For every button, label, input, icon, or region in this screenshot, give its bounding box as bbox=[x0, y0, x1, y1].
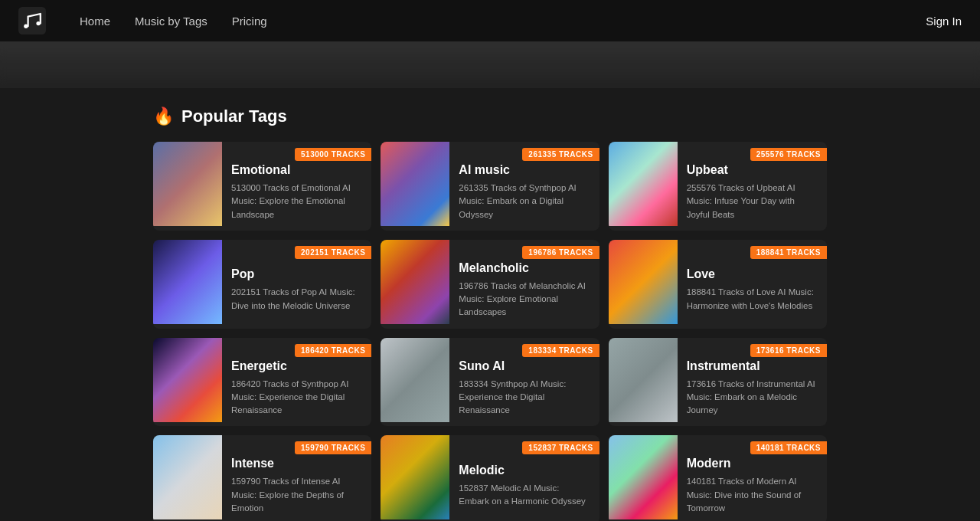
tag-badge: 255576 TRACKS bbox=[750, 148, 827, 161]
tag-card-instrumental[interactable]: Instrumental 173616 Tracks of Instrument… bbox=[609, 338, 827, 427]
tag-name: Love bbox=[687, 267, 818, 281]
tag-description: 261335 Tracks of Synthpop AI Music: Emba… bbox=[459, 182, 590, 221]
nav-home[interactable]: Home bbox=[70, 8, 119, 34]
tags-grid: Emotional 513000 Tracks of Emotional AI … bbox=[153, 142, 827, 521]
tag-badge: 140181 TRACKS bbox=[750, 441, 827, 454]
navbar: Home Music by Tags Pricing Sign In bbox=[0, 0, 980, 42]
tag-card-suno-ai[interactable]: Suno AI 183334 Synthpop AI Music: Experi… bbox=[381, 338, 599, 427]
tag-description: 196786 Tracks of Melancholic AI Music: E… bbox=[459, 280, 590, 319]
tag-name: Modern bbox=[687, 457, 818, 470]
tag-badge: 183334 TRACKS bbox=[522, 344, 599, 357]
tag-thumbnail bbox=[153, 338, 222, 422]
tag-description: 159790 Tracks of Intense AI Music: Explo… bbox=[231, 475, 362, 515]
tag-badge: 173616 TRACKS bbox=[750, 344, 827, 357]
nav-links: Home Music by Tags Pricing bbox=[70, 8, 926, 34]
tag-thumbnail bbox=[153, 240, 222, 324]
tag-description: 183334 Synthpop AI Music: Experience the… bbox=[459, 378, 590, 418]
tag-thumbnail bbox=[381, 240, 449, 324]
tag-thumbnail bbox=[609, 240, 678, 324]
nav-pricing[interactable]: Pricing bbox=[223, 8, 276, 34]
tag-name: Melancholic bbox=[459, 261, 590, 275]
tag-badge: 188841 TRACKS bbox=[750, 246, 827, 259]
tag-description: 202151 Tracks of Pop AI Music: Dive into… bbox=[231, 286, 362, 313]
svg-rect-0 bbox=[18, 7, 46, 34]
tag-card-upbeat[interactable]: Upbeat 255576 Tracks of Upbeat AI Music:… bbox=[609, 142, 827, 231]
tag-name: Pop bbox=[231, 267, 362, 281]
nav-music-by-tags[interactable]: Music by Tags bbox=[126, 8, 217, 34]
tag-card-pop[interactable]: Pop 202151 Tracks of Pop AI Music: Dive … bbox=[153, 240, 371, 329]
tag-description: 173616 Tracks of Instrumental AI Music: … bbox=[687, 378, 818, 418]
tag-thumbnail bbox=[609, 142, 678, 226]
svg-point-1 bbox=[24, 25, 28, 28]
tag-badge: 152837 TRACKS bbox=[522, 441, 599, 454]
tag-card-emotional[interactable]: Emotional 513000 Tracks of Emotional AI … bbox=[153, 142, 371, 231]
tag-card-energetic[interactable]: Energetic 186420 Tracks of Synthpop AI M… bbox=[153, 338, 371, 427]
tag-name: Energetic bbox=[231, 359, 362, 373]
tag-name: Upbeat bbox=[687, 163, 818, 177]
section-header: 🔥 Popular Tags bbox=[153, 106, 827, 126]
tag-description: 152837 Melodic AI Music: Embark on a Har… bbox=[459, 482, 590, 509]
tag-card-melancholic[interactable]: Melancholic 196786 Tracks of Melancholic… bbox=[381, 240, 599, 329]
tag-description: 255576 Tracks of Upbeat AI Music: Infuse… bbox=[687, 182, 818, 221]
logo[interactable] bbox=[18, 7, 46, 34]
tag-name: Suno AI bbox=[459, 359, 590, 373]
tag-thumbnail bbox=[153, 142, 222, 226]
tag-name: Intense bbox=[231, 457, 362, 470]
tag-description: 186420 Tracks of Synthpop AI Music: Expe… bbox=[231, 378, 362, 418]
tag-card-melodic[interactable]: Melodic 152837 Melodic AI Music: Embark … bbox=[381, 435, 599, 521]
svg-point-2 bbox=[36, 21, 40, 25]
tag-thumbnail bbox=[381, 435, 449, 519]
tag-badge: 186420 TRACKS bbox=[295, 344, 371, 357]
tag-name: AI music bbox=[459, 163, 590, 177]
tag-thumbnail bbox=[381, 142, 449, 226]
tag-thumbnail bbox=[609, 338, 678, 422]
tag-name: Instrumental bbox=[687, 359, 818, 373]
tag-card-intense[interactable]: Intense 159790 Tracks of Intense AI Musi… bbox=[153, 435, 371, 521]
tag-description: 140181 Tracks of Modern AI Music: Dive i… bbox=[687, 475, 818, 515]
section-title: Popular Tags bbox=[181, 106, 287, 126]
tag-thumbnail bbox=[153, 435, 222, 519]
hero-area bbox=[0, 42, 980, 88]
tag-badge: 202151 TRACKS bbox=[295, 246, 371, 259]
tag-thumbnail bbox=[609, 435, 678, 519]
tag-card-ai-music[interactable]: AI music 261335 Tracks of Synthpop AI Mu… bbox=[381, 142, 599, 231]
tag-description: 513000 Tracks of Emotional AI Music: Exp… bbox=[231, 182, 362, 221]
tag-card-love[interactable]: Love 188841 Tracks of Love AI Music: Har… bbox=[609, 240, 827, 329]
tag-badge: 196786 TRACKS bbox=[522, 246, 599, 259]
tag-badge: 159790 TRACKS bbox=[295, 441, 371, 454]
main-content: 🔥 Popular Tags Emotional 513000 Tracks o… bbox=[0, 88, 980, 521]
tag-badge: 261335 TRACKS bbox=[522, 148, 599, 161]
fire-icon: 🔥 bbox=[153, 106, 174, 126]
tag-badge: 513000 TRACKS bbox=[295, 148, 371, 161]
tag-card-modern[interactable]: Modern 140181 Tracks of Modern AI Music:… bbox=[609, 435, 827, 521]
tag-name: Emotional bbox=[231, 163, 362, 177]
tag-name: Melodic bbox=[459, 464, 590, 477]
tag-thumbnail bbox=[381, 338, 449, 422]
tag-description: 188841 Tracks of Love AI Music: Harmoniz… bbox=[687, 286, 818, 313]
signin-button[interactable]: Sign In bbox=[926, 15, 962, 28]
